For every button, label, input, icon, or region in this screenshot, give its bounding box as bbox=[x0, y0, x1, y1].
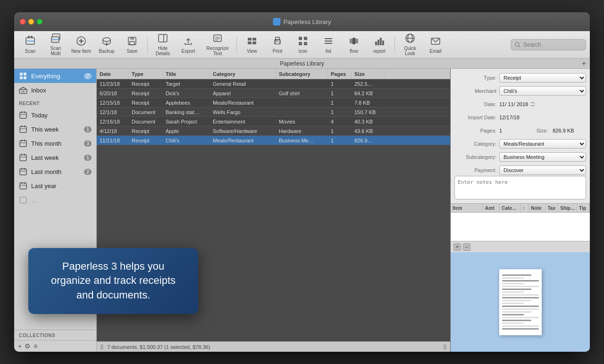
main-window: Paperless Library Scan Scan Multi bbox=[14, 12, 590, 352]
more-icon bbox=[19, 196, 27, 204]
r1 bbox=[502, 274, 531, 276]
li-col-item: Item bbox=[451, 204, 483, 212]
email-button[interactable]: Email bbox=[423, 33, 448, 57]
receipt-image bbox=[451, 252, 590, 352]
recognize-text-icon bbox=[212, 33, 223, 45]
icon-view-icon bbox=[298, 36, 308, 48]
category-select[interactable]: Meals/Restaurant bbox=[499, 139, 586, 149]
sidebar-item-last-month[interactable]: Last month 2 bbox=[14, 165, 96, 179]
last-month-icon bbox=[19, 167, 27, 176]
merchant-select[interactable]: Chili's bbox=[499, 86, 586, 96]
td-pages: 1 bbox=[328, 108, 352, 116]
svg-rect-64 bbox=[20, 141, 26, 147]
hide-details-button[interactable]: Hide Details bbox=[151, 33, 175, 57]
this-week-badge: 1 bbox=[84, 126, 92, 132]
td-date: 12/1/18 bbox=[97, 108, 129, 116]
svg-rect-3 bbox=[31, 36, 33, 38]
sidebar-item-today[interactable]: Today bbox=[14, 108, 96, 122]
sidebar-item-this-month[interactable]: This month 3 bbox=[14, 136, 96, 150]
export-button[interactable]: Export bbox=[176, 33, 201, 57]
minimize-button[interactable] bbox=[28, 19, 34, 25]
col-subcategory-header[interactable]: Subcategory bbox=[276, 69, 328, 79]
close-button[interactable] bbox=[20, 19, 25, 25]
col-date-header[interactable]: Date bbox=[97, 69, 129, 79]
report-view-button[interactable]: report bbox=[367, 33, 392, 57]
td-subcategory: Golf shirt bbox=[276, 89, 328, 98]
r14 bbox=[502, 311, 531, 313]
svg-point-10 bbox=[103, 38, 110, 41]
td-pages: 4 bbox=[328, 117, 352, 126]
table-row[interactable]: 11/23/18 Receipt Target General Retail 1… bbox=[97, 79, 450, 89]
svg-point-48 bbox=[515, 42, 519, 46]
svg-rect-42 bbox=[380, 38, 382, 45]
save-button[interactable]: Save bbox=[120, 33, 144, 57]
sidebar-item-everything[interactable]: Everything 7 bbox=[14, 69, 96, 83]
view-button[interactable]: View bbox=[240, 33, 264, 57]
sidebar-item-last-week[interactable]: Last week 1 bbox=[14, 150, 96, 165]
table-row[interactable]: 12/15/18 Receipt Applebees Meals/Restaur… bbox=[97, 98, 450, 108]
sidebar-item-this-week[interactable]: This week 1 bbox=[14, 122, 96, 136]
td-date: 4/12/18 bbox=[97, 126, 129, 135]
svg-rect-22 bbox=[248, 38, 252, 41]
payment-select[interactable]: Discover bbox=[499, 165, 586, 175]
table-row[interactable]: 11/11/18 Receipt Chili's Meals/Restauran… bbox=[97, 136, 450, 145]
date-label: Date: bbox=[454, 101, 499, 107]
svg-rect-68 bbox=[20, 155, 26, 161]
quick-look-icon bbox=[405, 33, 415, 45]
search-input[interactable] bbox=[523, 41, 580, 48]
col-size-header[interactable]: Size bbox=[352, 69, 385, 79]
sidebar-bottom: + ⚙ ≡ bbox=[14, 340, 96, 352]
print-icon bbox=[272, 36, 283, 48]
col-category-header[interactable]: Category bbox=[210, 69, 276, 79]
scan-button[interactable]: Scan bbox=[18, 33, 42, 57]
icon-view-button[interactable]: icon bbox=[291, 33, 315, 57]
svg-rect-13 bbox=[130, 37, 134, 40]
table-row[interactable]: 12/1/18 Document Banking stat… Wells Far… bbox=[97, 108, 450, 117]
date-stepper-icon[interactable] bbox=[530, 101, 536, 107]
subcategory-select[interactable]: Business Meeting bbox=[499, 152, 586, 162]
collection-gear-button[interactable]: ⚙ bbox=[25, 342, 31, 350]
svg-rect-31 bbox=[304, 37, 307, 40]
detail-scroll: Type: Receipt Document Merchant Chili's bbox=[451, 69, 590, 176]
td-title: Chili's bbox=[163, 136, 210, 145]
type-select[interactable]: Receipt Document bbox=[499, 73, 586, 83]
remove-line-item-button[interactable]: − bbox=[463, 243, 470, 251]
add-collection-button[interactable]: + bbox=[18, 342, 22, 350]
sidebar-item-last-year[interactable]: Last year bbox=[14, 179, 96, 193]
print-button[interactable]: Print bbox=[265, 33, 290, 57]
td-size: 64.2 KB bbox=[352, 89, 385, 98]
recognize-text-label: Recognize Text bbox=[203, 46, 232, 56]
maximize-button[interactable] bbox=[37, 19, 42, 25]
col-title-header[interactable]: Title bbox=[163, 69, 210, 79]
today-label: Today bbox=[31, 112, 92, 119]
td-size: 150.7 KB bbox=[352, 108, 385, 116]
table-row[interactable]: 12/16/18 Document Sarah Project Entertai… bbox=[97, 117, 450, 126]
col-type-header[interactable]: Type bbox=[129, 69, 163, 79]
toolbar-sep-1 bbox=[147, 36, 148, 53]
window-title: Paperless Library bbox=[273, 18, 331, 25]
td-subcategory bbox=[276, 79, 328, 88]
new-item-button[interactable]: New Item bbox=[69, 33, 93, 57]
detail-category-row: Category: Meals/Restaurant bbox=[454, 139, 586, 149]
col-pages-header[interactable]: Pages bbox=[328, 69, 352, 79]
add-line-item-button[interactable]: + bbox=[453, 243, 461, 251]
notes-textarea[interactable] bbox=[454, 176, 586, 199]
table-row[interactable]: 4/12/18 Receipt Apple Software/Hardware … bbox=[97, 126, 450, 136]
scan-multi-icon bbox=[50, 33, 61, 45]
backup-button[interactable]: Backup bbox=[94, 33, 119, 57]
search-icon bbox=[515, 42, 520, 48]
collection-list-button[interactable]: ≡ bbox=[34, 342, 37, 350]
list-view-button[interactable]: list bbox=[316, 33, 341, 57]
table-row[interactable]: 6/20/18 Receipt Dick's Apparel Golf shir… bbox=[97, 89, 450, 98]
tooltip-text: Paperless 3 helps you organize and track… bbox=[51, 260, 176, 301]
recognize-text-button[interactable]: Recognize Text bbox=[201, 33, 234, 57]
date-input-group: 11/ 11/ 2018 bbox=[499, 101, 536, 107]
sidebar-item-inbox[interactable]: Inbox bbox=[14, 83, 96, 97]
add-document-button[interactable]: + bbox=[582, 59, 586, 68]
svg-rect-33 bbox=[304, 42, 307, 45]
sidebar-item-more[interactable]: … bbox=[14, 193, 96, 207]
flow-view-button[interactable]: flow bbox=[342, 33, 366, 57]
scan-multi-button[interactable]: Scan Multi bbox=[43, 33, 68, 57]
td-type: Receipt bbox=[129, 126, 163, 135]
quick-look-button[interactable]: Quick Look bbox=[398, 33, 422, 57]
